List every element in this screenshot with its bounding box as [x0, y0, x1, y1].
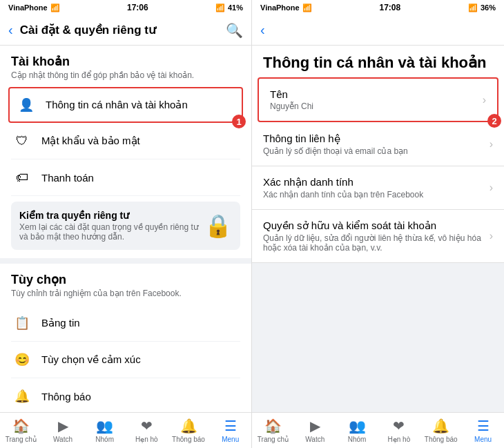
- nav-groups-left[interactable]: 👥 Nhóm: [84, 413, 126, 448]
- nav-notif-right[interactable]: 🔔 Thông báo: [420, 413, 462, 448]
- home-icon-right: 🏠: [264, 418, 282, 434]
- right-content: Thông tin cá nhân và tài khoản Tên Nguyễ…: [252, 46, 504, 412]
- carrier-right: VinaPhone: [260, 3, 300, 12]
- identity-content: Xác nhận danh tính Xác nhận danh tính củ…: [263, 176, 490, 199]
- time-right: 17:08: [379, 3, 400, 12]
- right-screen: VinaPhone 📶 17:08 📶 36% ‹ Thông tin cá n…: [252, 0, 504, 448]
- identity-desc: Xác nhận danh tính của bạn trên Facebook: [263, 190, 490, 199]
- nav-home-label-left: Trang chủ: [6, 436, 37, 443]
- nav-menu-label-left: Menu: [222, 436, 239, 443]
- nav-dating-right[interactable]: ❤ Hẹn hò: [378, 413, 420, 448]
- nav-dating-label-left: Hẹn hò: [135, 436, 158, 443]
- back-button-left[interactable]: ‹: [8, 22, 13, 38]
- status-bar-right: VinaPhone 📶 17:08 📶 36%: [252, 0, 504, 15]
- status-right-right: 📶 36%: [468, 3, 496, 12]
- contact-content: Thông tin liên hệ Quản lý số điện thoại …: [263, 133, 490, 156]
- payment-label: Thanh toán: [41, 172, 94, 184]
- bell-nav-icon-right: 🔔: [432, 418, 449, 434]
- notification-label: Thông báo: [41, 391, 91, 402]
- menu-icon-left: ☰: [224, 418, 237, 434]
- emotion-icon: 😊: [11, 349, 33, 371]
- bell-nav-icon-left: 🔔: [180, 418, 197, 434]
- chevron-identity: ›: [490, 182, 493, 194]
- name-item-wrapper: Tên Nguyễn Chi › 2: [252, 77, 504, 122]
- groups-icon-left: 👥: [96, 418, 113, 434]
- payment-menu-item[interactable]: 🏷 Thanh toán: [11, 159, 240, 196]
- groups-icon-right: 👥: [349, 418, 366, 434]
- nav-dating-left[interactable]: ❤ Hẹn hò: [126, 413, 168, 448]
- right-content-block: Thông tin cá nhân và tài khoản Tên Nguyễ…: [252, 46, 504, 263]
- back-button-right[interactable]: ‹: [260, 22, 265, 38]
- left-screen: VinaPhone 📶 17:06 📶 41% ‹ Cài đặt & quyề…: [0, 0, 252, 448]
- nav-groups-label-left: Nhóm: [95, 436, 114, 443]
- account-subtitle: Cập nhật thông tin để góp phần bảo vệ tà…: [11, 70, 240, 80]
- name-content: Tên Nguyễn Chi: [270, 88, 483, 111]
- notification-menu-item[interactable]: 🔔 Thông báo: [11, 378, 240, 412]
- signal-icon-right: 📶: [468, 3, 478, 12]
- nav-notif-label-left: Thông báo: [172, 436, 205, 443]
- contact-info-item[interactable]: Thông tin liên hệ Quản lý số điện thoại …: [252, 123, 504, 166]
- search-button-left[interactable]: 🔍: [226, 22, 243, 39]
- privacy-card-text: Kiểm tra quyền riêng tư Xem lại các cài …: [19, 210, 199, 242]
- nav-home-left[interactable]: 🏠 Trang chủ: [0, 413, 42, 448]
- password-menu-item[interactable]: 🛡 Mật khẩu và bảo mật: [11, 123, 240, 159]
- signal-icon-left: 📶: [215, 3, 225, 12]
- shield-icon: 🛡: [11, 130, 33, 152]
- lock-icon: 🔒: [204, 213, 232, 239]
- chevron-contact: ›: [490, 138, 493, 150]
- options-title: Tùy chọn: [11, 272, 240, 287]
- home-icon-left: 🏠: [12, 418, 30, 434]
- left-content: Tài khoản Cập nhật thông tin để góp phần…: [0, 46, 251, 412]
- person-icon: 👤: [15, 94, 37, 116]
- emotion-label: Tùy chọn về cảm xúc: [41, 353, 141, 366]
- personal-info-menu-item[interactable]: 👤 Thông tin cá nhân và tài khoản 1: [8, 87, 243, 123]
- ownership-info-item[interactable]: Quyền sở hữu và kiểm soát tài khoản Quản…: [252, 210, 504, 263]
- newsfeed-label: Bảng tin: [41, 317, 80, 329]
- nav-dating-label-right: Hẹn hò: [388, 436, 411, 443]
- wifi-icon-right: 📶: [302, 3, 312, 12]
- newsfeed-menu-item[interactable]: 📋 Bảng tin: [11, 305, 240, 342]
- account-title: Tài khoản: [11, 54, 240, 69]
- privacy-card[interactable]: Kiểm tra quyền riêng tư Xem lại các cài …: [11, 202, 240, 250]
- battery-left: 41%: [228, 3, 243, 12]
- nav-menu-right[interactable]: ☰ Menu: [462, 413, 504, 448]
- nav-home-right[interactable]: 🏠 Trang chủ: [252, 413, 294, 448]
- nav-watch-label-left: Watch: [53, 436, 72, 443]
- ownership-content: Quyền sở hữu và kiểm soát tài khoản Quản…: [263, 220, 490, 253]
- status-right-left: 📶 41%: [215, 3, 243, 12]
- emotion-menu-item[interactable]: 😊 Tùy chọn về cảm xúc: [11, 342, 240, 378]
- nav-watch-label-right: Watch: [305, 436, 324, 443]
- personal-info-label: Thông tin cá nhân và tài khoản: [46, 99, 188, 111]
- status-left-right: VinaPhone 📶: [260, 3, 312, 12]
- time-left: 17:06: [127, 3, 148, 12]
- chevron-name: ›: [483, 94, 486, 106]
- password-label: Mật khẩu và bảo mật: [41, 135, 140, 147]
- nav-groups-right[interactable]: 👥 Nhóm: [336, 413, 378, 448]
- name-info-item[interactable]: Tên Nguyễn Chi › 2: [258, 77, 498, 122]
- page-main-title: Thông tin cá nhân và tài khoản: [252, 46, 504, 77]
- chevron-ownership: ›: [490, 230, 493, 242]
- heart-icon-left: ❤: [141, 418, 153, 434]
- identity-info-item[interactable]: Xác nhận danh tính Xác nhận danh tính củ…: [252, 166, 504, 210]
- watch-icon-left: ▶: [58, 418, 68, 434]
- ownership-title: Quyền sở hữu và kiểm soát tài khoản: [263, 220, 490, 232]
- bell-icon-left: 🔔: [11, 385, 33, 407]
- step-badge-2: 2: [487, 114, 501, 128]
- nav-menu-left[interactable]: ☰ Menu: [209, 413, 251, 448]
- privacy-card-title: Kiểm tra quyền riêng tư: [19, 210, 199, 221]
- newsfeed-icon: 📋: [11, 312, 33, 334]
- battery-right: 36%: [481, 3, 496, 12]
- nav-home-label-right: Trang chủ: [258, 436, 289, 443]
- watch-icon-right: ▶: [310, 418, 320, 434]
- contact-title: Thông tin liên hệ: [263, 133, 490, 145]
- menu-icon-right: ☰: [477, 418, 490, 434]
- identity-title: Xác nhận danh tính: [263, 176, 490, 188]
- nav-groups-label-right: Nhóm: [348, 436, 367, 443]
- name-desc: Nguyễn Chi: [270, 101, 483, 111]
- nav-watch-left[interactable]: ▶ Watch: [42, 413, 84, 448]
- nav-notif-label-right: Thông báo: [425, 436, 458, 443]
- nav-notif-left[interactable]: 🔔 Thông báo: [168, 413, 210, 448]
- nav-menu-label-right: Menu: [474, 436, 492, 443]
- nav-watch-right[interactable]: ▶ Watch: [294, 413, 336, 448]
- step-badge-1: 1: [232, 115, 246, 128]
